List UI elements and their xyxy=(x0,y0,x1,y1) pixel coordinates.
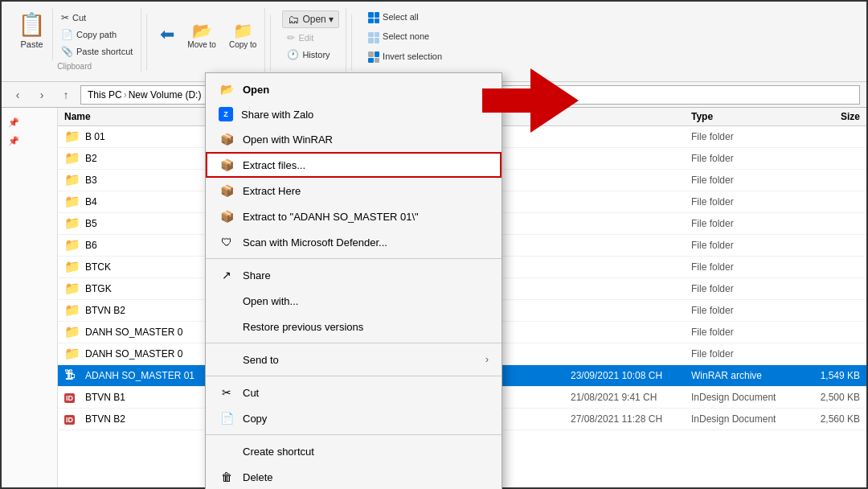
ctx-delete[interactable]: 🗑 Delete xyxy=(206,464,502,489)
folder-icon: 📁 xyxy=(64,129,80,143)
move-to-label: Move to xyxy=(187,40,216,49)
sidebar-pin-1[interactable]: 📌 xyxy=(5,114,54,131)
history-icon: 🕐 xyxy=(287,49,299,60)
file-type: InDesign Document xyxy=(691,392,796,403)
ctx-cut[interactable]: ✂ Cut xyxy=(206,380,502,405)
ctx-open[interactable]: 📂 Open xyxy=(206,76,502,102)
rar-icon: 🗜 xyxy=(64,368,76,381)
file-icon: 📁 xyxy=(64,237,80,253)
nav-back[interactable]: ‹ xyxy=(8,85,27,105)
ctx-extract-to[interactable]: 📦 Extract to "ADANH SO_MASTER 01\" xyxy=(206,203,502,229)
ctx-delete-label: Delete xyxy=(243,471,273,483)
ctx-winrar-label: Open with WinRAR xyxy=(243,134,333,146)
copy-to-label: Copy to xyxy=(229,40,256,49)
ctx-copy-label: Copy xyxy=(243,413,267,425)
history-button[interactable]: 🕐 History xyxy=(282,47,339,62)
invert-selection-button[interactable]: Invert selection xyxy=(363,47,447,65)
ctx-share[interactable]: ↗ Share xyxy=(206,262,502,288)
ctx-open-winrar[interactable]: 📦 Open with WinRAR xyxy=(206,126,502,152)
folder-icon: 📁 xyxy=(64,281,80,295)
divider2 xyxy=(270,14,271,71)
file-type: File folder xyxy=(691,348,796,360)
folder-icon: 📁 xyxy=(64,303,80,317)
nav-forward[interactable]: › xyxy=(32,85,51,105)
file-size: 1,549 KB xyxy=(796,370,860,381)
file-date: 27/08/2021 11:28 CH xyxy=(571,413,691,425)
copy-path-icon: 📄 xyxy=(61,29,73,40)
file-icon: 📁 xyxy=(64,216,80,232)
move-to-button[interactable]: 📂 Move to xyxy=(182,18,221,52)
copy-to-button[interactable]: 📁 Copy to xyxy=(224,18,261,52)
divider3 xyxy=(351,14,352,71)
ctx-sep2 xyxy=(206,343,502,343)
ctx-copy[interactable]: 📄 Copy xyxy=(206,405,502,431)
ctx-sep4 xyxy=(206,434,502,435)
file-icon: 📁 xyxy=(64,129,80,145)
file-icon: 📁 xyxy=(64,194,80,210)
file-date: 21/08/2021 9:41 CH xyxy=(571,392,691,403)
file-type: File folder xyxy=(691,153,796,164)
context-menu: 📂 Open Z Share with Zalo 📦 Open with Win… xyxy=(205,72,502,489)
ctx-extract-files[interactable]: 📦 Extract files... xyxy=(206,152,502,178)
ribbon-top: 📋 Paste ✂ Cut 📄 Copy path 📎 Paste shortc… xyxy=(8,5,860,76)
folder-icon: 📁 xyxy=(64,195,80,208)
edit-button[interactable]: ✏ Edit xyxy=(282,31,339,45)
file-icon: 📁 xyxy=(64,346,80,362)
ctx-sep1 xyxy=(206,258,502,259)
ctx-sep3 xyxy=(206,376,502,376)
ctx-shortcut-label: Create shortcut xyxy=(243,446,314,458)
folder-icon: 📁 xyxy=(64,347,80,360)
back-button[interactable]: ⬅ xyxy=(155,21,179,48)
ctx-share-zalo[interactable]: Z Share with Zalo xyxy=(206,102,502,126)
breadcrumb-thispc[interactable]: This PC xyxy=(88,89,122,101)
open-label: Open ▾ xyxy=(302,14,334,25)
copy-icon: 📁 xyxy=(233,21,253,40)
ctx-open-with[interactable]: Open with... xyxy=(206,288,502,314)
ctx-scan[interactable]: 🛡 Scan with Microsoft Defender... xyxy=(206,229,502,255)
ctx-scan-label: Scan with Microsoft Defender... xyxy=(243,236,387,249)
paste-shortcut-label: Paste shortcut xyxy=(76,47,133,56)
shortcut-icon: 📎 xyxy=(61,46,73,57)
invert-selection-label: Invert selection xyxy=(383,51,442,61)
file-size: 2,500 KB xyxy=(796,392,860,403)
file-size: 2,560 KB xyxy=(796,413,860,425)
file-type: File folder xyxy=(691,131,796,142)
file-type: File folder xyxy=(691,240,796,251)
file-type: File folder xyxy=(691,261,796,273)
open-with-icon xyxy=(219,293,235,309)
select-all-button[interactable]: Select all xyxy=(363,8,447,26)
paste-shortcut-button[interactable]: 📎 Paste shortcut xyxy=(56,44,137,59)
ctx-open-label: Open xyxy=(243,84,269,96)
paste-button[interactable]: 📋 Paste xyxy=(11,8,53,61)
indd-icon: ID xyxy=(64,393,75,403)
ctx-create-shortcut[interactable]: Create shortcut xyxy=(206,438,502,464)
ctx-open-icon: 📂 xyxy=(219,81,235,97)
col-date-header xyxy=(571,111,691,122)
file-icon: ID xyxy=(64,389,80,405)
folder-icon: 📁 xyxy=(64,151,80,165)
ctx-extract-here[interactable]: 📦 Extract Here xyxy=(206,178,502,203)
ctx-restore-label: Restore previous versions xyxy=(243,321,363,333)
shortcut-icon-ctx xyxy=(219,443,235,459)
select-none-button[interactable]: Select none xyxy=(363,27,447,45)
sidebar: 📌 📌 xyxy=(2,108,58,489)
restore-icon xyxy=(219,318,235,335)
select-none-label: Select none xyxy=(383,31,429,41)
breadcrumb-drive[interactable]: New Volume (D:) xyxy=(129,89,202,101)
nav-up[interactable]: ↑ xyxy=(56,85,76,105)
col-type-header: Type xyxy=(691,111,796,122)
ctx-restore[interactable]: Restore previous versions xyxy=(206,314,502,339)
copy-path-button[interactable]: 📄 Copy path xyxy=(56,27,137,42)
ctx-send-to[interactable]: Send to › xyxy=(206,347,502,372)
edit-label: Edit xyxy=(298,33,313,43)
cut-button[interactable]: ✂ Cut xyxy=(56,10,137,25)
sidebar-pin-2[interactable]: 📌 xyxy=(5,133,54,150)
col-size-header: Size xyxy=(796,111,860,122)
open-dropdown-button[interactable]: 🗂 Open ▾ xyxy=(282,10,339,28)
copy-path-label: Copy path xyxy=(76,30,117,39)
file-type: File folder xyxy=(691,196,796,208)
defender-icon: 🛡 xyxy=(219,234,235,250)
file-type: InDesign Document xyxy=(691,413,796,425)
file-icon: 📁 xyxy=(64,172,80,188)
edit-icon: ✏ xyxy=(287,32,295,43)
